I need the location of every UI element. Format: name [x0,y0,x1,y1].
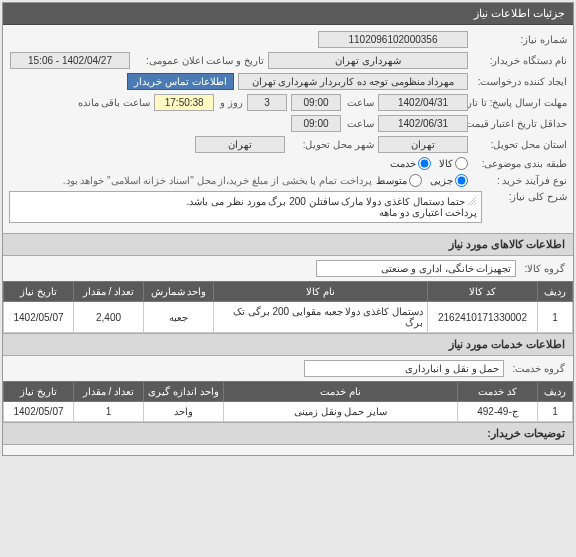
services-th-5: تاریخ نیاز [4,382,74,402]
goods-th-0: ردیف [538,282,573,302]
row-category: طبقه بندی موضوعی: کالا خدمت [9,157,567,170]
row-requester: ایجاد کننده درخواست: مهرداد منظومی توجه … [9,73,567,90]
row-delivery: استان محل تحویل: تهران شهر محل تحویل: ته… [9,136,567,153]
services-row[interactable]: 1 ج-49-492 سایر حمل ونقل زمینی واحد 1 14… [4,402,573,422]
radio-goods[interactable]: کالا [439,157,468,170]
radio-partial-label: جزیی [430,175,453,186]
delivery-loc-label: استان محل تحویل: [472,139,567,150]
buytype-radio-group: جزیی متوسط [376,174,468,187]
services-th-3: واحد اندازه گیری [144,382,224,402]
goods-row[interactable]: 1 2162410171330002 دستمال کاغذی دولا جعب… [4,302,573,333]
services-cell-0: 1 [538,402,573,422]
buyer-notes-area [3,445,573,455]
goods-cell-1: 2162410171330002 [428,302,538,333]
desc-box[interactable]: حتما دستمال کاغذی دولا مارک سافتلن 200 ب… [9,191,482,223]
goods-cell-5: 1402/05/07 [4,302,74,333]
goods-th-1: کد کالا [428,282,538,302]
services-header-row: ردیف کد خدمت نام خدمت واحد اندازه گیری ت… [4,382,573,402]
requester-value: مهرداد منظومی توجه ده کاربردار شهرداری ت… [238,73,468,90]
services-section-header: اطلاعات خدمات مورد نیاز [3,333,573,356]
row-valid: حداقل تاریخ اعتبار قیمت: تا تاریخ: 1402/… [9,115,567,132]
services-th-2: نام خدمت [224,382,458,402]
radio-medium[interactable]: متوسط [376,174,422,187]
valid-date: 1402/06/31 [378,115,468,132]
services-table: ردیف کد خدمت نام خدمت واحد اندازه گیری ت… [3,381,573,422]
radio-service-label: خدمت [390,158,416,169]
buyer-value: شهرداری تهران [268,52,468,69]
goods-cell-4: 2,400 [74,302,144,333]
goods-th-3: واحد شمارش [144,282,214,302]
panel-title: جزئیات اطلاعات نیاز [3,3,573,25]
radio-goods-label: کالا [439,158,453,169]
services-group-row: گروه خدمت: حمل و نقل و انبارداری [3,356,573,381]
need-no-label: شماره نیاز: [472,34,567,45]
desc-line2: پرداخت اعتباری دو ماهه [379,207,477,218]
deadline-time: 09:00 [291,94,341,111]
goods-group-value: تجهیزات خانگی، اداری و صنعتی [316,260,516,277]
goods-cell-3: جعبه [144,302,214,333]
goods-th-2: نام کالا [214,282,428,302]
radio-medium-input[interactable] [409,174,422,187]
services-cell-3: واحد [144,402,224,422]
radio-service-input[interactable] [418,157,431,170]
services-group-value: حمل و نقل و انبارداری [304,360,504,377]
buy-note: پرداخت تمام یا بخشی از مبلغ خرید،از محل … [63,175,372,186]
desc-line1: حتما دستمال کاغذی دولا مارک سافتلن 200 ب… [187,196,465,207]
goods-group-row: گروه کالا: تجهیزات خانگی، اداری و صنعتی [3,256,573,281]
delivery-city: تهران [195,136,285,153]
buytype-label: نوع فرآیند خرید : [472,175,567,186]
radio-goods-input[interactable] [455,157,468,170]
row-need-no: شماره نیاز: 1102096102000356 [9,31,567,48]
announce-label: تاریخ و ساعت اعلان عمومی: [134,55,264,66]
row-desc: شرح کلی نیاز: حتما دستمال کاغذی دولا مار… [9,191,567,223]
services-cell-2: سایر حمل ونقل زمینی [224,402,458,422]
and-label: روز و [218,97,243,108]
services-th-1: کد خدمت [458,382,538,402]
resize-icon[interactable] [467,196,477,206]
category-radio-group: کالا خدمت [390,157,468,170]
radio-medium-label: متوسط [376,175,407,186]
services-group-label: گروه خدمت: [510,363,565,374]
desc-label: شرح کلی نیاز: [486,191,567,202]
goods-section-header: اطلاعات کالاهای مورد نیاز [3,233,573,256]
category-label: طبقه بندی موضوعی: [472,158,567,169]
services-th-4: تعداد / مقدار [74,382,144,402]
goods-th-4: تعداد / مقدار [74,282,144,302]
services-cell-5: 1402/05/07 [4,402,74,422]
services-th-0: ردیف [538,382,573,402]
radio-service[interactable]: خدمت [390,157,431,170]
goods-table: ردیف کد کالا نام کالا واحد شمارش تعداد /… [3,281,573,333]
buyer-label: نام دستگاه خریدار: [472,55,567,66]
deadline-date: 1402/04/31 [378,94,468,111]
row-deadline: مهلت ارسال پاسخ: تا تاریخ: 1402/04/31 سا… [9,94,567,111]
remain-time: 17:50:38 [154,94,214,111]
form-area: شماره نیاز: 1102096102000356 نام دستگاه … [3,25,573,233]
days-value: 3 [247,94,287,111]
goods-cell-0: 1 [538,302,573,333]
services-cell-4: 1 [74,402,144,422]
delivery-province: تهران [378,136,468,153]
goods-group-label: گروه کالا: [522,263,565,274]
goods-th-5: تاریخ نیاز [4,282,74,302]
row-buytype: نوع فرآیند خرید : جزیی متوسط پرداخت تمام… [9,174,567,187]
announce-value: 1402/04/27 - 15:06 [10,52,130,69]
row-buyer: نام دستگاه خریدار: شهرداری تهران تاریخ و… [9,52,567,69]
remain-label: ساعت باقی مانده [76,97,151,108]
time-label-1: ساعت [345,97,374,108]
requester-label: ایجاد کننده درخواست: [472,76,567,87]
need-no-value: 1102096102000356 [318,31,468,48]
details-panel: جزئیات اطلاعات نیاز شماره نیاز: 11020961… [2,2,574,456]
delivery-city-label: شهر محل تحویل: [289,139,374,150]
goods-header-row: ردیف کد کالا نام کالا واحد شمارش تعداد /… [4,282,573,302]
radio-partial[interactable]: جزیی [430,174,468,187]
valid-time: 09:00 [291,115,341,132]
deadline-label: مهلت ارسال پاسخ: تا تاریخ: [472,97,567,108]
contact-button[interactable]: اطلاعات تماس خریدار [127,73,234,90]
goods-cell-2: دستمال کاغذی دولا جعبه مقوایی 200 برگی ت… [214,302,428,333]
valid-label: حداقل تاریخ اعتبار قیمت: تا تاریخ: [472,118,567,129]
radio-partial-input[interactable] [455,174,468,187]
time-label-2: ساعت [345,118,374,129]
services-cell-1: ج-49-492 [458,402,538,422]
buyer-notes-header: توضیحات خریدار: [3,422,573,445]
